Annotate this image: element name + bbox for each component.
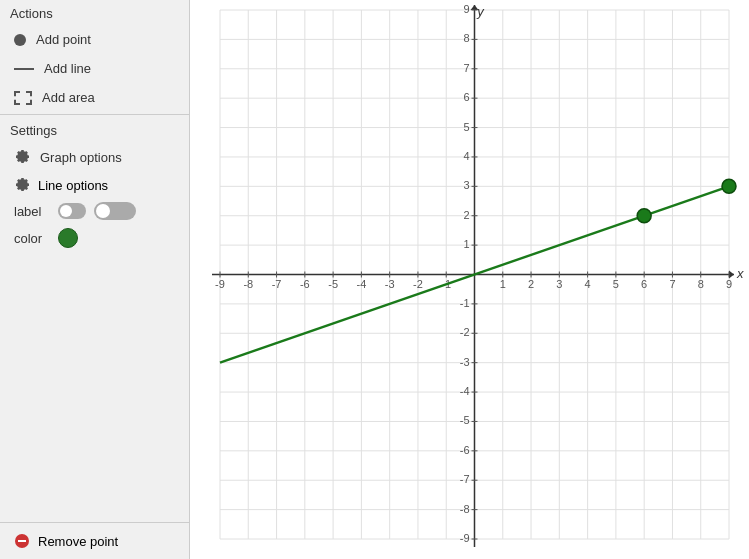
- label-toggle-large[interactable]: [94, 202, 136, 220]
- graph-area[interactable]: [190, 0, 749, 559]
- remove-point-label: Remove point: [38, 534, 118, 549]
- line-options-label: Line options: [38, 178, 108, 193]
- area-icon: [14, 91, 32, 105]
- line-options-icon: [14, 177, 30, 193]
- label-text: label: [14, 204, 50, 219]
- line-options-row: Line options: [0, 172, 189, 198]
- graph-options-label: Graph options: [40, 150, 122, 165]
- add-point-label: Add point: [36, 32, 91, 47]
- graph-options-button[interactable]: Graph options: [0, 142, 189, 172]
- settings-divider: [0, 114, 189, 115]
- label-toggle-small[interactable]: [58, 203, 86, 219]
- add-line-label: Add line: [44, 61, 91, 76]
- remove-point-button[interactable]: Remove point: [0, 522, 189, 559]
- add-point-button[interactable]: Add point: [0, 25, 189, 54]
- svg-rect-1: [18, 540, 26, 542]
- point-icon: [14, 34, 26, 46]
- color-row: color: [0, 224, 189, 252]
- remove-icon: [14, 533, 30, 549]
- graph-canvas[interactable]: [190, 0, 749, 559]
- settings-header: Settings: [0, 117, 189, 142]
- line-icon: [14, 68, 34, 70]
- add-area-label: Add area: [42, 90, 95, 105]
- sidebar: Actions Add point Add line Add area Sett…: [0, 0, 190, 559]
- color-picker[interactable]: [58, 228, 78, 248]
- gear-icon: [14, 149, 30, 165]
- add-area-button[interactable]: Add area: [0, 83, 189, 112]
- color-text: color: [14, 231, 50, 246]
- label-row: label: [0, 198, 189, 224]
- actions-header: Actions: [0, 0, 189, 25]
- add-line-button[interactable]: Add line: [0, 54, 189, 83]
